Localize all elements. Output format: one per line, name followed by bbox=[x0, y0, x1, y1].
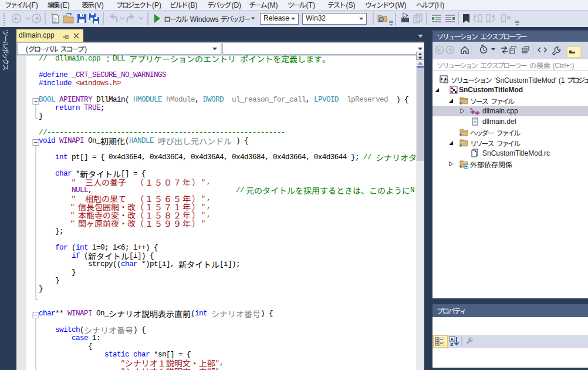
svg-text:A: A bbox=[451, 337, 454, 342]
svg-text:Z: Z bbox=[451, 342, 454, 347]
